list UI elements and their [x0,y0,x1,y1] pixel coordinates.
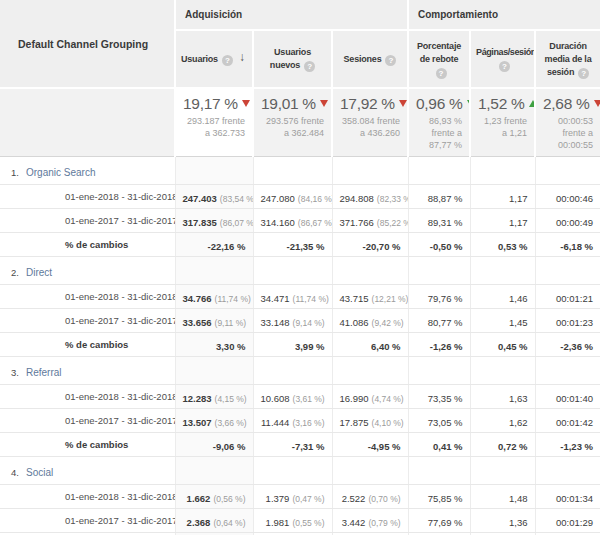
metric-cell: 11.444(3,16 %) [253,409,332,433]
help-icon[interactable]: ? [385,55,396,66]
summary-usuarios: 19,17 % 293.187 frente a 362.733 [175,88,253,157]
metric-cell: -7,31 % [253,433,332,457]
column-header-usuarios-nuevos[interactable]: Usuarios nuevos? [253,30,332,88]
summary-comparison: 00:00:53 frente a 00:00:55 [543,115,593,151]
channel-link[interactable]: Referral [26,367,62,378]
metric-cell: 33.148(9,14 %) [253,309,332,333]
metric-cell: 0,53 % [470,233,535,257]
table-row: 01-ene-2017 - 31-dic-2017 33.656(9,11 %)… [0,309,600,333]
metric-cell: 00:00:49 [535,209,600,233]
row-label: 01-ene-2017 - 31-dic-2017 [0,409,175,433]
row-label: 01-ene-2018 - 31-dic-2018 [0,485,175,509]
column-header-usuarios[interactable]: Usuarios? ↓ [175,30,253,88]
metric-cell [175,257,253,285]
channel-index: 4. [11,467,26,478]
metric-cell: 10.608(3,61 %) [253,385,332,409]
channel-cell: 3.Referral [0,357,175,385]
column-label: Páginas/sesión [476,47,535,57]
metric-cell: 73,35 % [408,385,470,409]
metric-cell: 1,46 [470,285,535,309]
trend-down-icon [320,100,328,107]
metric-cell: 371.766(85,22 %) [332,209,408,233]
summary-label-cell [0,88,175,157]
metric-cell: 1,17 [470,209,535,233]
column-header-porcentaje-rebote[interactable]: Porcentaje de rebote? [408,30,470,88]
metric-cell: 1,17 [470,185,535,209]
help-icon[interactable]: ? [436,68,447,79]
summary-comparison: 293.576 frente a 362.484 [261,115,324,139]
metric-cell: 0,41 % [408,433,470,457]
row-label: 01-ene-2018 - 31-dic-2018 [0,285,175,309]
metric-cell: 0,45 % [470,333,535,357]
metric-cell: 88,87 % [408,185,470,209]
metric-cell: 1,36 [470,509,535,533]
channel-cell: 1.Organic Search [0,157,175,185]
metric-cell: 3,30 % [175,333,253,357]
metric-cell: 2.522(0,70 %) [332,485,408,509]
help-icon[interactable]: ? [578,68,589,79]
metric-cell: -6,18 % [535,233,600,257]
analytics-channel-table: Default Channel Grouping Adquisición Com… [0,0,600,535]
sort-descending-icon[interactable]: ↓ [239,51,245,64]
metric-cell: 00:00:46 [535,185,600,209]
metric-cell: 247.080(84,16 %) [253,185,332,209]
summary-paginas-sesion: 1,52 % 1,23 frente a 1,21 [470,88,535,157]
channel-link[interactable]: Social [26,467,53,478]
metric-cell: 75,85 % [408,485,470,509]
percent-change-row: % de cambios -22,16 % -21,35 % -20,70 % … [0,233,600,257]
summary-comparison: 293.187 frente a 362.733 [183,115,245,139]
metric-cell: 00:01:29 [535,509,600,533]
channel-row: 4.Social [0,457,600,485]
summary-usuarios-nuevos: 19,01 % 293.576 frente a 362.484 [253,88,332,157]
metric-cell: 80,77 % [408,309,470,333]
metric-cell: 2.368(0,64 %) [175,509,253,533]
row-label: 01-ene-2017 - 31-dic-2017 [0,209,175,233]
metric-cell: 6,40 % [332,333,408,357]
metric-cell [175,457,253,485]
row-label: 01-ene-2018 - 31-dic-2018 [0,385,175,409]
column-header-channel-grouping[interactable]: Default Channel Grouping [0,0,175,88]
summary-comparison: 1,23 frente a 1,21 [478,115,527,139]
metric-cell: 1,62 [470,409,535,433]
row-label: % de cambios [0,333,175,357]
metric-cell: -1,26 % [408,333,470,357]
metric-cell: 1.379(0,47 %) [253,485,332,509]
summary-porcentaje-rebote: 0,96 % 86,93 % frente a 87,77 % [408,88,470,157]
summary-value: 2,68 % [543,95,589,112]
summary-comparison: 358.084 frente a 436.260 [340,115,400,139]
metric-cell: 00:01:34 [535,485,600,509]
table-row: 01-ene-2017 - 31-dic-2017 2.368(0,64 %) … [0,509,600,533]
group-label: Comportamiento [418,9,498,20]
metric-cell: 34.766(11,74 %) [175,285,253,309]
table-row: 01-ene-2018 - 31-dic-2018 34.766(11,74 %… [0,285,600,309]
metric-cell: 1.981(0,55 %) [253,509,332,533]
metric-cell: 33.656(9,11 %) [175,309,253,333]
metric-cell: 89,31 % [408,209,470,233]
group-header-adquisicion: Adquisición [175,0,408,30]
metric-cell: 79,76 % [408,285,470,309]
column-header-duracion-media[interactable]: Duración media de la sesión? [535,30,600,88]
table-row: 01-ene-2018 - 31-dic-2018 247.403(83,54 … [0,185,600,209]
trend-down-icon [594,100,600,107]
help-icon[interactable]: ? [499,61,510,72]
row-label: 01-ene-2017 - 31-dic-2017 [0,309,175,333]
column-header-sesiones[interactable]: Sesiones? [332,30,408,88]
metric-cell: -1,23 % [535,433,600,457]
column-header-paginas-sesion[interactable]: Páginas/sesión? [470,30,535,88]
metric-cell: 3.442(0,79 %) [332,509,408,533]
metric-cell: 73,05 % [408,409,470,433]
metric-cell: 16.990(4,74 %) [332,385,408,409]
metric-cell: 41.086(9,42 %) [332,309,408,333]
channel-row: 3.Referral [0,357,600,385]
channel-link[interactable]: Direct [26,267,52,278]
help-icon[interactable]: ? [304,61,315,72]
metric-cell: 0,72 % [470,433,535,457]
channel-link[interactable]: Organic Search [26,167,95,178]
help-icon[interactable]: ? [222,55,233,66]
metric-cell: -9,06 % [175,433,253,457]
metric-cell: 1,63 [470,385,535,409]
channel-row: 2.Direct [0,257,600,285]
summary-row: 19,17 % 293.187 frente a 362.733 19,01 %… [0,88,600,157]
metric-cell: 00:01:40 [535,385,600,409]
metric-cell: -22,16 % [175,233,253,257]
